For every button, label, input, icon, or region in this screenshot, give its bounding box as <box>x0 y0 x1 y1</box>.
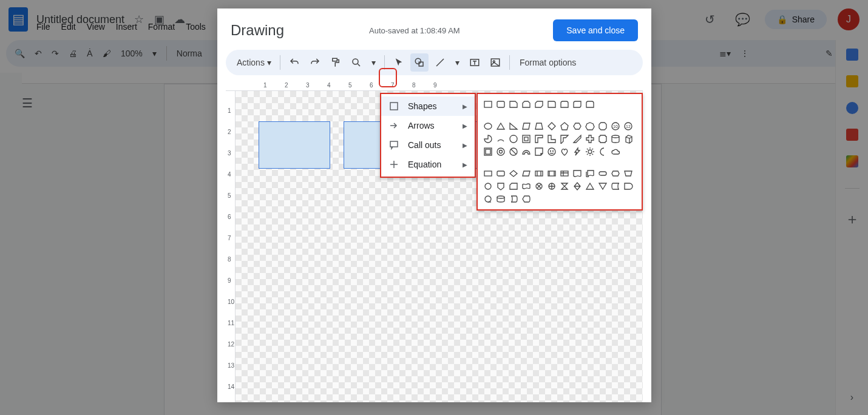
shape-snip2[interactable] <box>521 99 532 110</box>
shape-parallelogram[interactable] <box>521 121 532 132</box>
image-tool-icon[interactable] <box>486 53 504 72</box>
shape-round2[interactable] <box>559 99 570 110</box>
shape-flow-offpage[interactable] <box>495 181 506 192</box>
shape-smiley[interactable] <box>546 146 557 157</box>
shape-flow-directstor[interactable] <box>508 194 519 204</box>
arrows-icon <box>388 120 399 131</box>
shape-can[interactable] <box>610 133 621 144</box>
svg-rect-30 <box>535 171 543 176</box>
shape-flow-internal[interactable] <box>559 168 570 179</box>
shape-triangle[interactable] <box>495 121 506 132</box>
shape-pie[interactable] <box>483 133 493 144</box>
shape-flow-connector[interactable] <box>483 181 493 192</box>
shape-heptagon[interactable] <box>585 121 595 132</box>
line-tool-icon[interactable] <box>431 53 449 72</box>
shape-flow-sort[interactable] <box>572 181 583 192</box>
shape-flow-or[interactable] <box>546 181 557 192</box>
svg-rect-33 <box>599 172 606 175</box>
shape-bevel[interactable] <box>483 146 493 157</box>
shape-plus[interactable] <box>585 133 595 144</box>
textbox-tool-icon[interactable] <box>466 53 484 72</box>
shape-flow-extract[interactable] <box>585 181 595 192</box>
shape-flow-multidoc[interactable] <box>585 168 595 179</box>
shape-flow-manual[interactable] <box>623 168 634 179</box>
shape-flow-data[interactable] <box>534 168 544 179</box>
submenu-arrow-icon: ▶ <box>463 103 467 110</box>
save-and-close-button[interactable]: Save and close <box>553 19 638 41</box>
shape-flow-tape[interactable] <box>521 181 532 192</box>
shape-cube[interactable] <box>623 133 634 144</box>
shape-corner[interactable] <box>559 133 570 144</box>
paint-format-icon[interactable] <box>327 53 345 72</box>
shape-heart[interactable] <box>559 146 570 157</box>
format-options-button[interactable]: Format options <box>515 53 581 72</box>
shape-flow-sumjunc[interactable] <box>534 181 544 192</box>
shape-l-shape[interactable] <box>546 133 557 144</box>
shape-flow-seqstor[interactable] <box>483 194 493 204</box>
undo-icon[interactable] <box>285 53 303 72</box>
shape-arc[interactable] <box>495 133 506 144</box>
shape-half-frame[interactable] <box>534 133 544 144</box>
shape-decagon[interactable]: 10 <box>610 121 621 132</box>
shape-sun[interactable] <box>585 146 595 157</box>
shape-tool-icon[interactable] <box>410 53 429 72</box>
shape-lightning[interactable] <box>572 146 583 157</box>
shape-flow-term[interactable] <box>597 168 608 179</box>
svg-point-1 <box>353 59 358 64</box>
shape-flow-magdisk[interactable] <box>495 194 506 204</box>
drawing-ruler-h: 1 2 3 4 5 6 7 8 9 <box>226 81 643 91</box>
equation-menu-item[interactable]: Equation ▶ <box>381 155 475 174</box>
shape-flow-card[interactable] <box>508 181 519 192</box>
shape-rect[interactable] <box>483 99 493 110</box>
shape-flow-stored[interactable] <box>610 181 621 192</box>
shape-round-rect[interactable] <box>495 99 506 110</box>
shape-no-symbol[interactable] <box>508 146 519 157</box>
shape-flow-doc[interactable] <box>572 168 583 179</box>
shape-rt-triangle[interactable] <box>508 121 519 132</box>
shape-dodecagon[interactable]: 12 <box>623 121 634 132</box>
zoom-dropdown-icon[interactable]: ▾ <box>368 53 379 72</box>
shape-round-diag[interactable] <box>572 99 583 110</box>
shape-diamond[interactable] <box>546 121 557 132</box>
shape-trapezoid[interactable] <box>534 121 544 132</box>
shape-hexagon[interactable] <box>572 121 583 132</box>
line-dropdown-icon[interactable]: ▾ <box>452 53 463 72</box>
shape-flow-merge[interactable] <box>597 181 608 192</box>
shape-flow-para[interactable] <box>521 168 532 179</box>
shapes-menu-item[interactable]: Shapes ▶ <box>381 96 475 116</box>
shape-snip1[interactable] <box>508 99 519 110</box>
shape-flow-prep[interactable] <box>610 168 621 179</box>
shape-flow-rect[interactable] <box>483 168 493 179</box>
shape-frame[interactable] <box>521 133 532 144</box>
shape-plaque[interactable] <box>597 133 608 144</box>
shape-moon[interactable] <box>597 146 608 157</box>
shape-diag-stripe[interactable] <box>572 133 583 144</box>
redo-icon[interactable] <box>306 53 324 72</box>
shape-pentagon[interactable] <box>559 121 570 132</box>
shape-octagon[interactable] <box>597 121 608 132</box>
shape-ellipse[interactable] <box>483 121 493 132</box>
shape-flow-diamond[interactable] <box>508 168 519 179</box>
shape-flow-display[interactable] <box>521 194 532 204</box>
shape-flow-roundrect[interactable] <box>495 168 506 179</box>
arrows-menu-item[interactable]: Arrows ▶ <box>381 116 475 135</box>
shape-teardrop[interactable] <box>508 133 519 144</box>
shape-block-arc[interactable] <box>521 146 532 157</box>
shape-flow-predef[interactable] <box>546 168 557 179</box>
shape-donut[interactable] <box>495 146 506 157</box>
canvas-rectangle[interactable] <box>259 121 330 169</box>
shape-round-same[interactable] <box>585 99 595 110</box>
shapes-icon <box>388 101 399 112</box>
shape-folded-corner[interactable] <box>534 146 544 157</box>
callouts-menu-item[interactable]: Call outs ▶ <box>381 135 475 155</box>
callouts-icon <box>388 140 399 150</box>
shape-cloud[interactable] <box>610 146 621 157</box>
shape-snip-diag[interactable] <box>534 99 544 110</box>
zoom-icon[interactable] <box>347 53 365 72</box>
select-tool-icon[interactable] <box>390 53 408 72</box>
equation-icon <box>388 159 399 170</box>
actions-menu[interactable]: Actions▾ <box>233 53 275 72</box>
shape-flow-collate[interactable] <box>559 181 570 192</box>
shape-round1[interactable] <box>546 99 557 110</box>
shape-flow-delay[interactable] <box>623 181 634 192</box>
